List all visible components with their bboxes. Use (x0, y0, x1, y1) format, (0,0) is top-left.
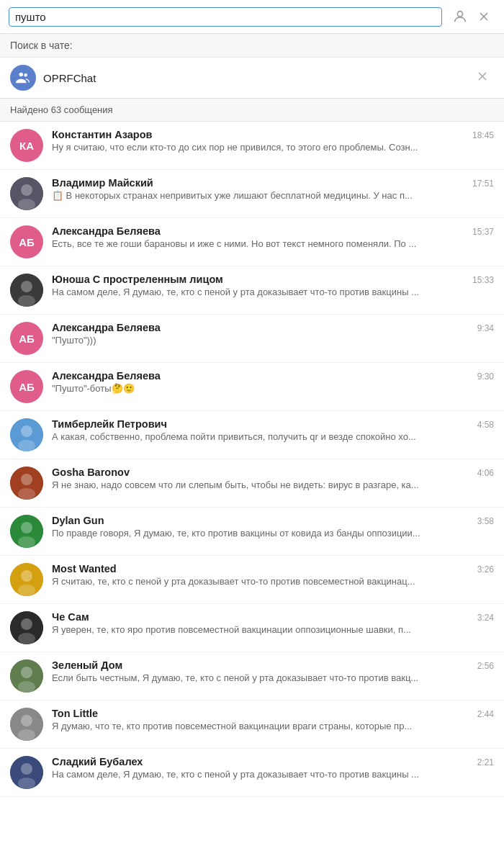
close-chat-icon (475, 69, 490, 84)
message-content: Gosha Baronov4:06Я не знаю, надо совсем … (52, 467, 494, 490)
results-count: Найдено 63 сообщения (0, 99, 504, 122)
message-top: Gosha Baronov4:06 (52, 467, 494, 478)
message-content: Most Wanted3:26Я считаю, те, кто с пеной… (52, 563, 494, 587)
list-item[interactable]: КАКонстантин Азаров18:45Ну я считаю, что… (0, 122, 504, 170)
message-content: Владимир Майский17:51📋 В некоторых стран… (52, 177, 494, 201)
message-content: Константин Азаров18:45Ну я считаю, что е… (52, 129, 494, 153)
list-item[interactable]: АБАлександра Беляева9:34"Пушто"))) (0, 315, 504, 363)
message-preview: На самом деле, Я думаю, те, кто с пеной … (52, 769, 494, 780)
message-time: 2:21 (477, 757, 494, 767)
sender-name: Константин Азаров (52, 129, 152, 140)
svg-point-33 (18, 729, 35, 741)
svg-point-18 (18, 488, 35, 500)
message-preview: "Пушто"-боты🤔🙂 (52, 383, 494, 394)
message-preview: Я считаю, те, кто с пеной у рта доказыва… (52, 576, 494, 587)
avatar (10, 611, 43, 644)
message-time: 15:37 (472, 227, 494, 237)
list-item[interactable]: АБАлександра Беляева15:37Есть, все те же… (0, 218, 504, 266)
list-item[interactable]: Юноша С простреленным лицом15:33На самом… (0, 266, 504, 315)
search-header (0, 0, 504, 34)
message-top: Сладкий Бубалех2:21 (52, 756, 494, 767)
group-icon (15, 70, 31, 86)
svg-point-4 (24, 73, 27, 77)
svg-point-15 (18, 440, 35, 451)
avatar (10, 659, 43, 693)
list-item[interactable]: Gosha Baronov4:06Я не знаю, надо совсем … (0, 459, 504, 508)
svg-point-35 (21, 763, 32, 775)
avatar (10, 177, 43, 210)
sender-name: Тимберлейк Петрович (52, 418, 167, 430)
list-item[interactable]: Сладкий Бубалех2:21На самом деле, Я дума… (0, 749, 504, 797)
message-time: 18:45 (472, 130, 494, 140)
list-item[interactable]: Че Сам3:24Я уверен, те, кто яро против п… (0, 604, 504, 652)
svg-point-29 (21, 667, 32, 678)
svg-point-11 (21, 281, 32, 292)
close-search-button[interactable] (472, 6, 495, 27)
avatar (10, 515, 43, 548)
avatar: АБ (10, 225, 43, 258)
sender-name: Сладкий Бубалех (52, 756, 143, 767)
list-item[interactable]: Ton Little2:44Я думаю, что те, кто проти… (0, 700, 504, 749)
message-preview: Я не знаю, надо совсем что ли слепым быт… (52, 479, 494, 490)
message-content: Ton Little2:44Я думаю, что те, кто проти… (52, 708, 494, 731)
message-top: Владимир Майский17:51 (52, 177, 494, 189)
message-preview: Ну я считаю, что если кто-то до сих пор … (52, 142, 494, 153)
list-item[interactable]: Владимир Майский17:51📋 В некоторых стран… (0, 170, 504, 218)
avatar (10, 274, 43, 307)
svg-point-36 (18, 778, 35, 789)
message-content: Зеленый Дом2:56Если быть честным, Я дума… (52, 659, 494, 683)
person-icon-button[interactable] (448, 6, 472, 27)
chat-info-bar: OPRFChat (0, 58, 504, 99)
avatar: АБ (10, 322, 43, 355)
chat-avatar (10, 65, 36, 91)
message-top: Александра Беляева9:34 (52, 322, 494, 333)
close-chat-button[interactable] (471, 68, 494, 89)
search-input-wrapper[interactable] (9, 7, 442, 27)
message-content: Сладкий Бубалех2:21На самом деле, Я дума… (52, 756, 494, 780)
sender-name: Владимир Майский (52, 177, 153, 189)
message-time: 9:30 (477, 371, 494, 382)
messages-list: КАКонстантин Азаров18:45Ну я считаю, что… (0, 122, 504, 797)
avatar (10, 467, 43, 500)
svg-point-21 (18, 536, 35, 548)
message-preview: А какая, собственно, проблема пойти прив… (52, 431, 494, 442)
message-preview: На самом деле, Я думаю, те, кто с пеной … (52, 287, 494, 297)
chat-name: OPRFChat (43, 72, 471, 84)
svg-point-12 (18, 295, 35, 307)
svg-point-3 (19, 73, 24, 77)
message-top: Че Сам3:24 (52, 611, 494, 623)
list-item[interactable]: Most Wanted3:26Я считаю, те, кто с пеной… (0, 556, 504, 604)
message-preview: Я думаю, что те, кто против повсеместной… (52, 721, 494, 731)
sender-name: Александра Беляева (52, 322, 161, 333)
message-content: Александра Беляева9:30"Пушто"-боты🤔🙂 (52, 370, 494, 394)
close-icon (477, 9, 491, 24)
message-content: Че Сам3:24Я уверен, те, кто яро против п… (52, 611, 494, 635)
message-preview: "Пушто"))) (52, 335, 494, 346)
search-input[interactable] (15, 11, 436, 23)
message-time: 3:58 (477, 516, 494, 526)
svg-point-9 (18, 199, 35, 210)
svg-point-27 (18, 633, 35, 644)
list-item[interactable]: Тимберлейк Петрович4:58А какая, собствен… (0, 411, 504, 459)
message-time: 15:33 (472, 275, 494, 285)
message-preview: 📋 В некоторых странах непривитых уже лиш… (52, 190, 494, 201)
list-item[interactable]: Dylan Gun3:58По правде говоря, Я думаю, … (0, 508, 504, 556)
message-content: Dylan Gun3:58По правде говоря, Я думаю, … (52, 515, 494, 539)
message-top: Most Wanted3:26 (52, 563, 494, 575)
list-item[interactable]: Зеленый Дом2:56Если быть честным, Я дума… (0, 652, 504, 700)
sender-name: Gosha Baronov (52, 467, 130, 478)
avatar (10, 756, 43, 789)
message-top: Константин Азаров18:45 (52, 129, 494, 140)
message-content: Тимберлейк Петрович4:58А какая, собствен… (52, 418, 494, 442)
avatar (10, 563, 43, 596)
message-top: Ton Little2:44 (52, 708, 494, 719)
svg-point-8 (21, 184, 32, 196)
list-item[interactable]: АБАлександра Беляева9:30"Пушто"-боты🤔🙂 (0, 363, 504, 411)
avatar (10, 708, 43, 741)
svg-point-32 (21, 715, 32, 726)
search-in-chat-label: Поиск в чате: (0, 34, 504, 58)
message-preview: По правде говоря, Я думаю, те, кто проти… (52, 528, 494, 539)
svg-point-24 (18, 585, 35, 596)
message-top: Зеленый Дом2:56 (52, 659, 494, 671)
message-content: Юноша С простреленным лицом15:33На самом… (52, 274, 494, 297)
